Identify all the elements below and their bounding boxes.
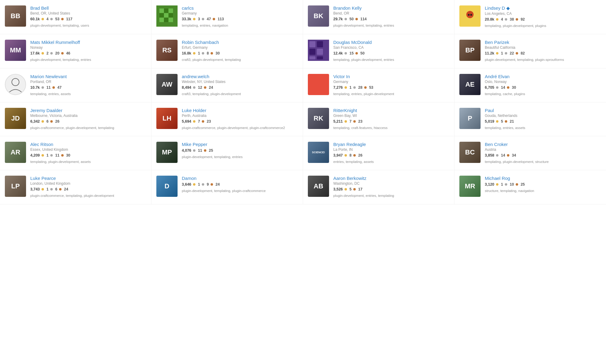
user-name-link[interactable]: Mike Pepper xyxy=(182,142,298,147)
user-name-link[interactable]: Damon xyxy=(182,176,298,181)
user-card-ritterknight: RKRitterKnightGreen Bay, WI5,211723templ… xyxy=(303,102,454,136)
stat1-value: 3 xyxy=(198,17,200,21)
user-location: La Porte, IN xyxy=(333,147,449,152)
user-tags: templating, cache, plugins xyxy=(485,91,601,97)
svg-rect-4 xyxy=(159,13,164,18)
user-name-link[interactable]: Douglas McDonald xyxy=(333,40,449,45)
user-tags: templating, entries, assets xyxy=(30,91,146,97)
gray-dot xyxy=(345,52,347,55)
user-card-marion-newlevant: Marion NewlevantPortland, OR10.7k1147tem… xyxy=(0,68,152,102)
stat2-value: 23 xyxy=(358,119,362,124)
stat2-value: 47 xyxy=(207,17,211,21)
yellow-dot xyxy=(42,188,44,190)
stat2-value: 26 xyxy=(358,153,362,157)
stat1-value: 1 xyxy=(46,153,48,157)
orange-dot xyxy=(211,52,213,55)
stat2-value: 30 xyxy=(512,85,516,90)
orange-dot xyxy=(355,52,358,55)
svg-point-13 xyxy=(468,14,470,16)
svg-rect-2 xyxy=(164,8,168,13)
stat1-value: 14 xyxy=(501,85,505,90)
user-name-link[interactable]: Luke Pearce xyxy=(30,176,146,181)
gray-dot xyxy=(202,183,204,186)
user-name-link[interactable]: Paul xyxy=(485,108,601,113)
user-card-carlcs: carlcsGermany33.3k347113templating, entr… xyxy=(152,0,303,34)
user-info: Brandon KellyBend, OR29.7k50114plugin-de… xyxy=(333,5,449,28)
stat1-value: 7 xyxy=(198,119,200,124)
avatar: LP xyxy=(5,176,26,197)
user-card-jeremy-daalder: JDJeremy DaalderMelbourne, Victoria, Aus… xyxy=(0,102,152,136)
user-location: Perth, Australia xyxy=(182,114,298,118)
user-name-link[interactable]: Bryan Redeagle xyxy=(333,142,449,147)
gray-dot xyxy=(505,52,507,55)
user-stats: 6,342626 xyxy=(30,119,146,124)
user-location: Austria xyxy=(485,147,601,152)
svg-point-14 xyxy=(470,14,472,16)
stat2-value: 50 xyxy=(360,51,365,55)
user-tags: templating, plugin-development, assets xyxy=(30,159,146,164)
gray-dot xyxy=(496,154,498,157)
user-location: Los Angeles, CA xyxy=(485,12,601,16)
user-name-link[interactable]: Aaron Berkowitz xyxy=(333,176,449,181)
user-score: 7,276 xyxy=(333,85,343,90)
user-name-link[interactable]: Lindsey D ◆ xyxy=(485,5,601,11)
user-stats: 5,694723 xyxy=(182,119,298,124)
user-info: André ElvanOslo, Norway6,7051430templati… xyxy=(485,74,601,97)
user-name-link[interactable]: Robin Schambach xyxy=(182,40,298,45)
user-tags: plugin-craftcommerce, plugin-development… xyxy=(30,125,146,131)
avatar xyxy=(156,5,178,27)
yellow-dot xyxy=(496,18,498,21)
user-name-link[interactable]: Alec Ritson xyxy=(30,142,146,147)
user-info: Jeremy DaalderMelbourne, Victoria, Austr… xyxy=(30,108,146,131)
user-score: 12.4k xyxy=(333,51,343,55)
user-name-link[interactable]: Marion Newlevant xyxy=(30,74,146,79)
user-name-link[interactable]: RitterKnight xyxy=(333,108,449,113)
user-tags: plugin-development, templating, plugin-c… xyxy=(182,188,298,194)
user-name-link[interactable]: Michael Rog xyxy=(485,176,601,181)
avatar xyxy=(308,40,329,61)
gray-dot xyxy=(496,86,498,89)
user-name-link[interactable]: Victor In xyxy=(333,74,449,79)
orange-dot xyxy=(355,18,358,20)
user-score: 20.8k xyxy=(485,17,494,22)
user-info: Bryan RedeagleLa Porte, IN3,947826entrie… xyxy=(333,142,449,164)
user-info: Luke HolderPerth, Australia5,694723plugi… xyxy=(182,108,298,131)
stat3-value: 113 xyxy=(218,17,224,21)
user-name-link[interactable]: andrew.welch xyxy=(182,74,298,79)
stat1-value: 5 xyxy=(349,187,351,191)
orange-dot xyxy=(516,18,518,21)
user-name-link[interactable]: Ben Parizek xyxy=(485,40,601,45)
users-grid: BBBrad BellBend, OR, United States60.1k4… xyxy=(0,0,606,204)
user-card-andre-elvan: AEAndré ElvanOslo, Norway6,7051430templa… xyxy=(454,68,606,102)
user-name-link[interactable]: Brandon Kelly xyxy=(333,5,449,11)
user-name-link[interactable]: Brad Bell xyxy=(30,5,146,11)
svg-rect-1 xyxy=(159,8,164,13)
user-info: Lindsey D ◆Los Angeles, CA20.8k43892temp… xyxy=(485,5,601,28)
user-tags: plugin-development, templating, entries xyxy=(182,154,298,160)
avatar: BK xyxy=(308,5,329,27)
gray-dot xyxy=(193,149,195,152)
user-name-link[interactable]: Mats Mikkel Rummelhoff xyxy=(30,40,146,45)
user-name-link[interactable]: carlcs xyxy=(182,5,298,11)
user-card-bryan-redeagle: SCIENCE!Bryan RedeagleLa Porte, IN3,9478… xyxy=(303,136,454,170)
user-name-link[interactable]: André Elvan xyxy=(485,74,601,79)
user-info: Mats Mikkel RummelhoffNorway17.6k22046pl… xyxy=(30,40,146,62)
stat1-value: 1 xyxy=(198,182,200,187)
user-score: 29.7k xyxy=(333,17,343,21)
stat1-value: 7 xyxy=(349,119,351,124)
stat1-value: 1 xyxy=(501,51,503,55)
stat2-value: 114 xyxy=(360,17,367,21)
user-location: Germany xyxy=(333,80,449,84)
user-stats: 3,7431624 xyxy=(30,187,146,191)
stat2-value: 23 xyxy=(207,119,211,124)
avatar: RK xyxy=(308,108,329,129)
orange-dot xyxy=(61,154,64,157)
orange-dot xyxy=(353,120,356,123)
avatar: BB xyxy=(5,5,26,27)
svg-point-22 xyxy=(12,78,19,86)
user-stats: 5,211723 xyxy=(333,119,449,124)
stat3-value: 46 xyxy=(66,51,70,55)
user-name-link[interactable]: Luke Holder xyxy=(182,108,298,113)
user-name-link[interactable]: Ben Croker xyxy=(485,142,601,147)
user-name-link[interactable]: Jeremy Daalder xyxy=(30,108,146,113)
